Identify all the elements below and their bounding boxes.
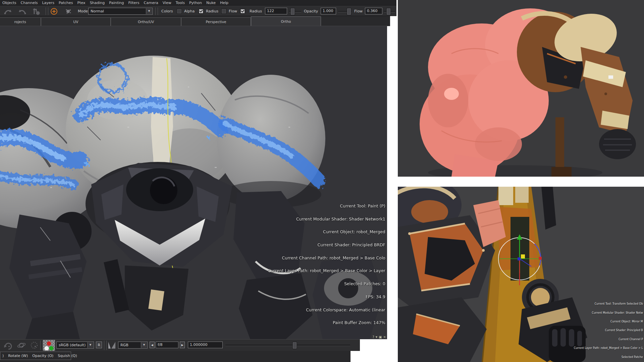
- close-icon[interactable]: ✕: [383, 335, 386, 339]
- mode-select[interactable]: Normal ▼: [88, 8, 153, 15]
- fstop-field[interactable]: f/8: [156, 342, 178, 348]
- hud-line: Current Modular Shader: Shader Network1: [268, 217, 385, 222]
- tab-uv[interactable]: UV: [41, 17, 111, 26]
- opacity-field[interactable]: 1.000: [321, 8, 336, 14]
- prev-arrow-icon[interactable]: ◀: [150, 342, 155, 348]
- alpha-jitter-checkbox[interactable]: [199, 9, 204, 14]
- shortcut-hints-box: ) Rotate (W) Opacity (O) Squish (Q): [0, 352, 71, 360]
- tab-label: rojects: [14, 20, 26, 24]
- tab-projects[interactable]: rojects: [0, 17, 41, 26]
- viewport-selection-view[interactable]: [398, 0, 644, 177]
- menu-view[interactable]: View: [163, 1, 171, 5]
- radius-slider-handle[interactable]: [290, 8, 295, 15]
- orbit-icon[interactable]: [17, 341, 26, 350]
- color-swatch-button[interactable]: [43, 340, 55, 351]
- reset-exposure-button[interactable]: R: [96, 342, 102, 348]
- chevron-down-icon: ▼: [87, 342, 93, 348]
- menu-filters[interactable]: Filters: [128, 1, 140, 5]
- dotted-circle-icon[interactable]: [30, 341, 39, 350]
- colors-jitter-checkbox[interactable]: [177, 9, 182, 14]
- colors-jitter-label: Colors: [161, 9, 173, 13]
- radius-field[interactable]: 122: [265, 8, 287, 14]
- viewport-tab-bar: rojects UV Ortho/UV Perspective Ortho: [0, 16, 390, 26]
- toolbar-separator: [155, 7, 158, 15]
- menu-ptex[interactable]: Ptex: [77, 1, 86, 5]
- hud-line: Current Shader: Principled B: [574, 329, 643, 332]
- menu-nuke[interactable]: Nuke: [206, 1, 216, 5]
- hint-clipped: ): [2, 354, 4, 358]
- hud-line: Current Object: Mirror M: [574, 320, 643, 323]
- tab-ortho[interactable]: Ortho: [251, 16, 321, 26]
- colorspace-value: sRGB (default): [59, 343, 86, 347]
- flow-slider-handle[interactable]: [386, 8, 391, 15]
- hud-line: Current Modular Shader: Shader Netw: [574, 312, 643, 315]
- hud-line: Paint Buffer Zoom: 147%: [268, 321, 385, 325]
- hud-line: Current Colorspace: Automatic (linear: [268, 308, 385, 312]
- paint-splat-icon[interactable]: [65, 8, 72, 15]
- hud-line: Current Tool: Transform Selected Ob: [574, 303, 643, 306]
- menu-camera[interactable]: Camera: [144, 1, 158, 5]
- status-bar: ) Rotate (W) Opacity (O) Squish (Q): [0, 351, 351, 362]
- exposure-slider[interactable]: [225, 343, 350, 347]
- exposure-slider-handle[interactable]: [292, 342, 297, 349]
- rotate-icon[interactable]: [3, 341, 13, 350]
- hud-line: Current Object: robot_Merged: [268, 230, 385, 234]
- panel-icon[interactable]: ▣: [379, 335, 382, 339]
- mirror-right-icon[interactable]: [17, 7, 27, 15]
- flow-label: Flow: [354, 9, 363, 13]
- tab-label: Perspective: [206, 20, 226, 24]
- menu-shading[interactable]: Shading: [90, 1, 105, 5]
- toolbar-grip: [46, 7, 48, 15]
- menu-help[interactable]: Help: [220, 1, 228, 5]
- ramp-icon[interactable]: [107, 341, 116, 350]
- toolbar-separator: [104, 341, 107, 350]
- channel-select[interactable]: RGB ▼: [118, 342, 148, 349]
- radius-jitter-checkbox[interactable]: [221, 9, 226, 14]
- mari-window: Objects Channels Layers Patches Ptex Sha…: [0, 0, 396, 362]
- channel-value: RGB: [120, 343, 128, 347]
- hint-opacity: Opacity (O): [32, 354, 53, 358]
- mode-value: Normal: [91, 9, 104, 13]
- help-icon[interactable]: ?: [372, 335, 374, 339]
- hud-line: FPS: 34.9: [268, 295, 385, 299]
- chevron-down-icon: ▼: [141, 342, 147, 348]
- tab-label: UV: [73, 20, 78, 24]
- viewport-transform-view[interactable]: Current Tool: Transform Selected Ob Curr…: [398, 187, 644, 362]
- menu-tools[interactable]: Tools: [176, 1, 185, 5]
- radius-slider[interactable]: [289, 9, 301, 13]
- flow-jitter-label: Flow: [229, 9, 237, 13]
- chevron-down-icon[interactable]: ▼: [376, 335, 377, 339]
- tab-perspective[interactable]: Perspective: [181, 17, 251, 26]
- tab-ortho-uv[interactable]: Ortho/UV: [111, 17, 181, 26]
- hud-line: Current Shader: Principled BRDF: [268, 243, 385, 247]
- add-circle-icon[interactable]: [50, 7, 58, 15]
- menu-layers[interactable]: Layers: [42, 1, 54, 5]
- menu-objects[interactable]: Objects: [2, 1, 16, 5]
- opacity-label: Opacity: [304, 9, 318, 13]
- mirror-left-icon[interactable]: [3, 7, 13, 15]
- hud-line: Selected Patches: 0: [268, 282, 385, 286]
- flow-slider[interactable]: [384, 9, 395, 13]
- viewport-hud: Current Tool: Transform Selected Ob Curr…: [574, 297, 643, 362]
- menu-channels[interactable]: Channels: [21, 1, 38, 5]
- exposure-field[interactable]: 1.000000: [188, 342, 223, 348]
- project-tool-icons: [3, 7, 41, 15]
- opacity-slider-handle[interactable]: [347, 8, 351, 15]
- opacity-slider[interactable]: [338, 9, 352, 13]
- hud-line: Current Layer Path: robot_Merged > Base …: [268, 269, 385, 273]
- alpha-jitter-label: Alpha: [184, 9, 195, 13]
- colorspace-select[interactable]: sRGB (default) ▼: [56, 342, 94, 349]
- canvas-corner-icons: ? ▼ ▣ ✕: [372, 335, 386, 339]
- hud-line: Current Channel Path: robot_Merged > Bas…: [268, 256, 385, 260]
- flow-jitter-checkbox[interactable]: [240, 9, 245, 14]
- flow-field[interactable]: 0.360: [365, 8, 382, 14]
- paint-canvas[interactable]: Current Tool: Paint (P) Current Modular …: [0, 26, 387, 339]
- screenshot-root: Objects Channels Layers Patches Ptex Sha…: [0, 0, 644, 362]
- menu-python[interactable]: Python: [189, 1, 202, 5]
- export-gear-icon[interactable]: [32, 7, 41, 15]
- next-arrow-icon[interactable]: ▶: [180, 342, 185, 348]
- hud-line: Current Layer Path: robot_Merged > Base …: [574, 347, 643, 350]
- menu-painting[interactable]: Painting: [109, 1, 124, 5]
- menu-patches[interactable]: Patches: [59, 1, 73, 5]
- display-toolbar: sRGB (default) ▼ R RGB ▼ ◀ f/8 ▶ 1.00000…: [0, 339, 360, 351]
